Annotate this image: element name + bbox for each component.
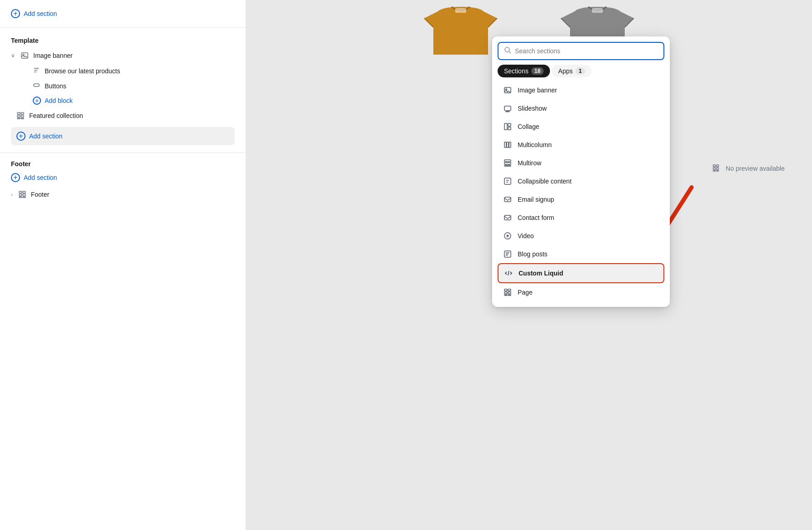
section-label-multirow: Multirow [518, 159, 541, 167]
svg-rect-44 [504, 215, 511, 220]
buttons-item[interactable]: Buttons [27, 78, 235, 93]
buttons-label: Buttons [45, 82, 66, 90]
footer-add-section-button[interactable]: + Add section [11, 171, 57, 184]
template-title: Template [11, 37, 235, 44]
svg-rect-42 [504, 178, 511, 184]
browse-latest-products-item[interactable]: Browse our latest products [27, 63, 235, 78]
section-label-custom-liquid: Custom Liquid [519, 270, 563, 277]
svg-rect-3 [17, 112, 20, 114]
search-box [498, 42, 664, 60]
section-item-multirow[interactable]: Multirow [498, 154, 664, 172]
multicolumn-section-icon [503, 140, 512, 149]
section-item-contact-form[interactable]: Contact form [498, 209, 664, 227]
svg-rect-13 [19, 197, 22, 198]
multirow-section-icon [503, 158, 512, 168]
svg-rect-40 [504, 163, 511, 164]
svg-rect-14 [23, 197, 26, 198]
video-section-icon [503, 231, 512, 240]
footer-item[interactable]: › Footer [11, 187, 235, 202]
svg-rect-53 [508, 295, 511, 296]
svg-rect-21 [713, 170, 715, 171]
tab-apps[interactable]: Apps 1 [552, 65, 591, 77]
svg-point-30 [507, 111, 508, 112]
image-banner-section-icon [503, 86, 512, 95]
footer-add-circle-icon: + [11, 173, 20, 182]
section-item-collage[interactable]: Collage [498, 117, 664, 136]
sidebar: + Add section Template ∨ Image banner [0, 0, 246, 530]
section-label-contact-form: Contact form [518, 214, 554, 221]
section-item-slideshow[interactable]: Slideshow [498, 99, 664, 117]
svg-rect-29 [504, 106, 511, 111]
top-add-section-label: Add section [24, 10, 57, 17]
top-add-section-button[interactable]: + Add section [11, 7, 57, 20]
section-item-collapsible-content[interactable]: Collapsible content [498, 172, 664, 190]
section-item-custom-liquid[interactable]: Custom Liquid [498, 263, 664, 283]
no-preview-icon [712, 164, 721, 173]
svg-rect-7 [17, 118, 20, 119]
code-section-icon [504, 269, 513, 278]
footer-section-icon [18, 190, 26, 199]
section-item-multicolumn[interactable]: Multicolumn [498, 136, 664, 154]
svg-rect-35 [508, 127, 511, 130]
browse-label: Browse our latest products [45, 67, 120, 75]
svg-point-28 [506, 89, 507, 90]
svg-point-31 [509, 111, 509, 112]
collapsible-section-icon [503, 177, 512, 186]
svg-rect-5 [17, 115, 20, 117]
tab-sections[interactable]: Sections 18 [498, 65, 550, 77]
add-block-button[interactable]: + Add block [27, 93, 78, 108]
page-section-icon [503, 288, 512, 297]
svg-rect-49 [508, 289, 511, 291]
add-section-button[interactable]: + Add section [11, 127, 68, 145]
add-section-highlight: + Add section [11, 127, 235, 145]
add-block-label: Add block [45, 97, 72, 104]
email-section-icon [503, 195, 512, 204]
add-section-label: Add section [29, 132, 62, 140]
svg-rect-6 [21, 115, 24, 117]
svg-rect-17 [713, 165, 715, 167]
svg-rect-2 [34, 84, 39, 87]
svg-marker-46 [507, 234, 509, 237]
slideshow-section-icon [503, 104, 512, 113]
svg-rect-50 [504, 292, 507, 294]
blog-section-icon [503, 250, 512, 259]
section-label-multicolumn: Multicolumn [518, 141, 552, 148]
search-input[interactable] [515, 47, 658, 55]
section-item-blog-posts[interactable]: Blog posts [498, 245, 664, 263]
section-label-blog-posts: Blog posts [518, 250, 547, 258]
svg-rect-33 [504, 123, 507, 130]
featured-collection-icon [16, 112, 25, 120]
tab-apps-label: Apps [558, 67, 573, 75]
section-label-slideshow: Slideshow [518, 105, 547, 112]
tabs-row: Sections 18 Apps 1 [498, 65, 664, 77]
text-icon [33, 66, 40, 75]
section-label-collapsible-content: Collapsible content [518, 178, 571, 185]
section-label-email-signup: Email signup [518, 196, 554, 203]
svg-rect-37 [507, 142, 509, 148]
main-content: No preview available Sections 18 [246, 0, 812, 530]
tab-sections-badge: 18 [531, 67, 544, 75]
image-banner-icon [21, 51, 29, 60]
section-item-video[interactable]: Video [498, 227, 664, 245]
collage-section-icon [503, 122, 512, 131]
section-item-image-banner[interactable]: Image banner [498, 81, 664, 99]
add-block-container: + Add block [27, 93, 235, 108]
footer-title: Footer [11, 160, 235, 168]
footer-chevron-icon: › [11, 192, 13, 197]
svg-rect-12 [23, 194, 26, 196]
image-banner-item[interactable]: ∨ Image banner [11, 48, 235, 63]
svg-rect-11 [19, 194, 22, 196]
no-preview-label: No preview available [712, 164, 785, 173]
section-label-page: Page [518, 289, 533, 296]
svg-rect-8 [21, 118, 24, 119]
section-item-page[interactable]: Page [498, 283, 664, 301]
svg-point-25 [505, 47, 509, 52]
section-item-email-signup[interactable]: Email signup [498, 190, 664, 209]
featured-collection-item[interactable]: Featured collection [11, 108, 235, 123]
svg-rect-43 [504, 197, 511, 202]
add-section-circle-icon: + [16, 132, 26, 141]
svg-rect-10 [23, 191, 26, 193]
svg-rect-51 [508, 292, 511, 294]
footer-add-section-label: Add section [24, 174, 57, 181]
tab-sections-label: Sections [504, 67, 529, 75]
